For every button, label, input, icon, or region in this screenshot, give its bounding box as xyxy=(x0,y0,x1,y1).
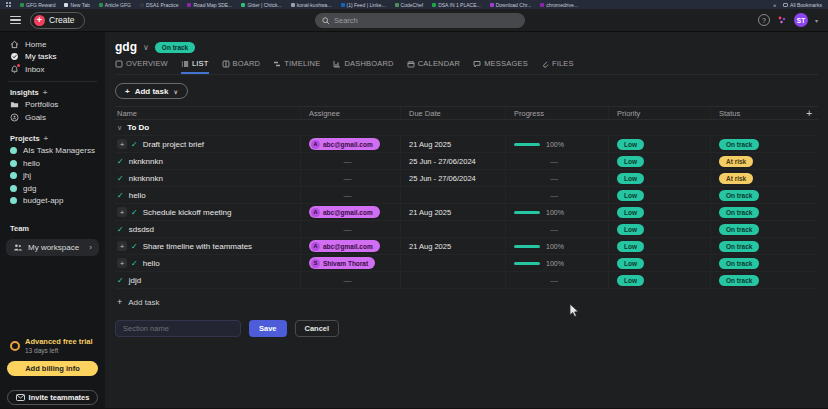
table-row[interactable]: ✓ jdjd — — L xyxy=(115,272,818,289)
empty-assignee[interactable]: — xyxy=(309,157,400,166)
bookmark-item[interactable]: Road Map SDE... xyxy=(187,2,232,8)
empty-assignee[interactable]: — xyxy=(309,191,400,200)
add-subtask-button[interactable]: + xyxy=(117,207,127,217)
priority-badge[interactable]: Low xyxy=(617,258,644,269)
status-badge[interactable]: On track xyxy=(719,258,759,269)
table-row[interactable]: ✓ nknknnkn — 25 Jun - 27/06/2024 — xyxy=(115,170,818,187)
task-name[interactable]: hello xyxy=(143,259,160,268)
tab-files[interactable]: FILES xyxy=(541,59,574,74)
bookmark-item[interactable]: konal-kushwa... xyxy=(291,2,332,8)
sidebar-item-home[interactable]: Home xyxy=(0,38,105,51)
column-header-progress[interactable]: Progress xyxy=(505,107,608,119)
priority-badge[interactable]: Low xyxy=(617,190,644,201)
table-row[interactable]: + ✓ Share timeline with teammates A abc@… xyxy=(115,238,818,255)
sidebar-item-my-tasks[interactable]: My tasks xyxy=(0,51,105,64)
status-badge[interactable]: On track xyxy=(719,224,759,235)
column-header-name[interactable]: Name xyxy=(115,107,300,119)
task-name[interactable]: Share timeline with teammates xyxy=(143,242,252,251)
due-date[interactable]: 21 Aug 2025 xyxy=(409,208,451,217)
empty-assignee[interactable]: — xyxy=(309,276,400,285)
due-date[interactable]: 21 Aug 2025 xyxy=(409,242,451,251)
sparkle-icon[interactable] xyxy=(777,15,787,25)
task-check-icon[interactable]: ✓ xyxy=(117,174,124,183)
task-check-icon[interactable]: ✓ xyxy=(131,140,138,149)
status-badge[interactable]: On track xyxy=(719,241,759,252)
search-input[interactable] xyxy=(334,16,504,25)
user-avatar[interactable]: ST xyxy=(794,13,808,27)
table-row[interactable]: + ✓ Schedule kickoff meeting A abc@gmail… xyxy=(115,204,818,221)
project-status-badge[interactable]: On track xyxy=(155,42,195,53)
search-bar[interactable] xyxy=(315,13,525,28)
bookmark-item[interactable]: chromedrive... xyxy=(540,2,578,8)
task-check-icon[interactable]: ✓ xyxy=(131,242,138,251)
task-check-icon[interactable]: ✓ xyxy=(131,259,138,268)
create-button[interactable]: + Create xyxy=(30,12,85,29)
priority-badge[interactable]: Low xyxy=(617,224,644,235)
add-task-button[interactable]: + Add task ∨ xyxy=(115,83,188,99)
sidebar-project-item[interactable]: jhj xyxy=(0,170,105,183)
assignee-pill[interactable]: S Shivam Thorat xyxy=(309,257,375,269)
status-badge[interactable]: On track xyxy=(719,139,759,150)
bookmark-item[interactable]: DSA1 Practice xyxy=(140,2,179,8)
due-date[interactable]: 25 Jun - 27/06/2024 xyxy=(409,157,476,166)
task-name[interactable]: Schedule kickoff meeting xyxy=(143,208,232,217)
priority-badge[interactable]: Low xyxy=(617,207,644,218)
bookmark-item[interactable]: Download Chr... xyxy=(490,2,532,8)
priority-badge[interactable]: Low xyxy=(617,275,644,286)
empty-assignee[interactable]: — xyxy=(309,174,400,183)
sidebar-project-item[interactable]: AIs Task Managerss xyxy=(0,145,105,158)
bookmark-item[interactable]: (1) Feed | Linke... xyxy=(341,2,386,8)
table-row[interactable]: + ✓ hello S Shivam Thorat xyxy=(115,255,818,272)
task-name[interactable]: nknknnkn xyxy=(129,174,163,183)
assignee-pill[interactable]: A abc@gmail.com xyxy=(309,138,380,150)
add-subtask-button[interactable]: + xyxy=(117,258,127,268)
add-project-button[interactable]: + xyxy=(44,134,49,143)
table-row[interactable]: ✓ nknknnkn — 25 Jun - 27/06/2024 — xyxy=(115,153,818,170)
bookmark-item[interactable]: Gitter | Chitck... xyxy=(241,2,281,8)
task-check-icon[interactable]: ✓ xyxy=(117,157,124,166)
add-subtask-button[interactable]: + xyxy=(117,139,127,149)
save-button[interactable]: Save xyxy=(249,320,287,337)
table-row[interactable]: ✓ sdsdsd — — xyxy=(115,221,818,238)
tab-list[interactable]: LIST xyxy=(181,59,209,74)
all-bookmarks-button[interactable]: All Bookmarks xyxy=(783,2,822,8)
tab-timeline[interactable]: TIMELINE xyxy=(273,59,320,74)
sidebar-item-inbox[interactable]: Inbox xyxy=(0,63,105,76)
task-check-icon[interactable]: ✓ xyxy=(117,276,124,285)
task-check-icon[interactable]: ✓ xyxy=(131,208,138,217)
tab-messages[interactable]: MESSAGES xyxy=(473,59,528,74)
task-check-icon[interactable]: ✓ xyxy=(117,225,124,234)
sidebar-item-my-workspace[interactable]: My workspace › xyxy=(6,239,99,256)
bookmarks-overflow-chevron[interactable]: » xyxy=(773,2,776,8)
status-badge[interactable]: On track xyxy=(719,207,759,218)
bookmark-item[interactable]: GFG Reward xyxy=(20,2,55,8)
due-date[interactable]: 21 Aug 2025 xyxy=(409,140,451,149)
task-check-icon[interactable]: ✓ xyxy=(117,191,124,200)
sidebar-project-item[interactable]: hello xyxy=(0,157,105,170)
collapse-section-icon[interactable]: ∨ xyxy=(117,124,122,132)
priority-badge[interactable]: Low xyxy=(617,241,644,252)
sidebar-project-item[interactable]: gdg xyxy=(0,182,105,195)
add-subtask-button[interactable]: + xyxy=(117,241,127,251)
empty-assignee[interactable]: — xyxy=(309,225,400,234)
bookmark-item[interactable]: New Tab xyxy=(64,2,89,8)
sidebar-item-goals[interactable]: Goals xyxy=(0,111,105,124)
assignee-pill[interactable]: A abc@gmail.com xyxy=(309,240,380,252)
account-chevron-down-icon[interactable]: ▾ xyxy=(815,17,818,24)
priority-badge[interactable]: Low xyxy=(617,173,644,184)
add-insight-button[interactable]: + xyxy=(43,88,48,97)
column-header-due-date[interactable]: Due Date xyxy=(400,107,505,119)
task-name[interactable]: jdjd xyxy=(129,276,141,285)
section-header-todo[interactable]: ∨ To Do xyxy=(115,120,818,136)
status-badge[interactable]: At risk xyxy=(719,156,753,167)
tab-overview[interactable]: OVERVIEW xyxy=(115,59,168,74)
status-badge[interactable]: On track xyxy=(719,275,759,286)
sidebar-item-portfolios[interactable]: Portfolios xyxy=(0,99,105,112)
column-header-priority[interactable]: Priority xyxy=(608,107,710,119)
bookmark-item[interactable]: DSA IN 1 PLACE... xyxy=(432,2,481,8)
priority-badge[interactable]: Low xyxy=(617,139,644,150)
invite-teammates-button[interactable]: Invite teammates xyxy=(7,390,98,405)
add-task-row-button[interactable]: + Add task xyxy=(115,297,818,307)
column-header-assignee[interactable]: Assignee xyxy=(300,107,400,119)
bookmark-item[interactable]: Article GFG xyxy=(99,2,131,8)
